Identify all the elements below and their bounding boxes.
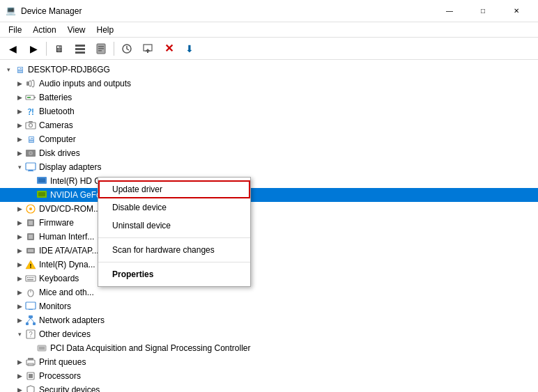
- other-expand-icon: ▾: [14, 329, 25, 340]
- tree-item-print[interactable]: ▶ Print queues: [0, 355, 538, 369]
- disk-label: Disk drives: [39, 148, 80, 158]
- tree-item-nvidia[interactable]: NVIDIA GeForce 940M: [0, 188, 538, 202]
- hid-expand-icon: ▶: [14, 231, 25, 242]
- svg-rect-31: [29, 235, 33, 239]
- cameras-expand-icon: ▶: [14, 120, 25, 131]
- menu-action[interactable]: Action: [27, 22, 61, 38]
- svg-rect-4: [98, 46, 104, 47]
- pci-icon: [36, 343, 47, 354]
- toolbar-back[interactable]: ◀: [3, 40, 22, 58]
- tree-item-display[interactable]: ▾ Display adapters: [0, 160, 538, 174]
- context-menu-update[interactable]: Update driver: [98, 180, 250, 198]
- network-icon: [25, 315, 36, 326]
- tree-item-mice[interactable]: ▶ Mice and oth...: [0, 285, 538, 299]
- svg-rect-2: [75, 52, 85, 54]
- svg-point-14: [29, 124, 33, 127]
- toolbar-uninstall[interactable]: ✕: [159, 40, 178, 58]
- context-menu-properties[interactable]: Properties: [98, 265, 250, 283]
- toolbar-add[interactable]: ⬇: [180, 40, 199, 58]
- tree-item-other[interactable]: ▾ ? Other devices: [0, 327, 538, 341]
- ide-expand-icon: ▶: [14, 245, 25, 256]
- tree-item-keyboard[interactable]: ▶ Keyboards: [0, 272, 538, 285]
- svg-rect-29: [29, 221, 33, 225]
- context-menu-disable[interactable]: Disable device: [98, 198, 250, 217]
- svg-rect-54: [39, 347, 45, 350]
- tree-item-batteries[interactable]: ▶ Batteries: [0, 91, 538, 104]
- svg-rect-1: [75, 48, 85, 50]
- toolbar-display[interactable]: 🖥: [49, 40, 69, 58]
- maximize-button[interactable]: □: [467, 0, 499, 22]
- toolbar-sep-1: [46, 42, 47, 56]
- print-label: Print queues: [39, 357, 86, 367]
- tree-item-pci[interactable]: PCI Data Acquisition and Signal Processi…: [0, 341, 538, 355]
- toolbar-update[interactable]: [138, 40, 157, 58]
- cameras-label: Cameras: [39, 120, 73, 130]
- tree-item-network[interactable]: ▶ Network adapters: [0, 313, 538, 327]
- context-menu-scan[interactable]: Scan for hardware changes: [98, 241, 250, 259]
- svg-rect-6: [98, 50, 102, 52]
- svg-rect-19: [26, 163, 36, 170]
- svg-rect-41: [27, 279, 33, 281]
- processors-label: Processors: [39, 371, 81, 381]
- hid-label: Human Interf...: [39, 232, 94, 242]
- display-label: Display adapters: [39, 162, 101, 172]
- toolbar-scan[interactable]: [117, 40, 137, 58]
- menu-view[interactable]: View: [62, 22, 91, 38]
- intel-dyn-label: Intel(R) Dyna...: [39, 260, 95, 269]
- intel-dyn-expand-icon: ▶: [14, 259, 25, 270]
- intel-hd-icon: [36, 175, 47, 187]
- tree-item-dvd[interactable]: ▶ DVD/CD-ROM...: [0, 202, 538, 216]
- svg-point-27: [29, 207, 32, 210]
- hid-icon: [25, 231, 36, 242]
- tree-item-intel-dyn[interactable]: ▶ ! Intel(R) Dyna...: [0, 258, 538, 272]
- context-menu-properties-label: Properties: [112, 269, 153, 279]
- context-menu-separator-2: [98, 262, 250, 262]
- tree-root[interactable]: ▾ 🖥 DESKTOP-RDJB6GG: [0, 63, 538, 77]
- network-label: Network adapters: [39, 315, 105, 325]
- tree-item-processors[interactable]: ▶ Processors: [0, 369, 538, 383]
- context-menu: Update driver Disable device Uninstall d…: [98, 177, 251, 287]
- context-menu-separator: [98, 237, 250, 238]
- computer-label: Computer: [39, 134, 76, 144]
- title-bar-text: Device Manager: [21, 6, 82, 16]
- nvidia-expand-placeholder: [25, 189, 36, 201]
- monitors-icon: [25, 301, 36, 312]
- device-tree[interactable]: ▾ 🖥 DESKTOP-RDJB6GG ▶ Audio inputs and o…: [0, 60, 538, 392]
- security-expand-icon: ▶: [14, 384, 25, 392]
- svg-rect-0: [75, 45, 85, 47]
- tree-item-disk[interactable]: ▶ Disk drives: [0, 146, 538, 160]
- svg-rect-44: [26, 302, 36, 309]
- svg-rect-59: [29, 374, 33, 378]
- tree-item-bluetooth[interactable]: ▶ ⁈ Bluetooth: [0, 104, 538, 118]
- computer-icon: 🖥: [25, 134, 36, 145]
- processors-icon: [25, 370, 36, 382]
- svg-rect-56: [28, 358, 33, 360]
- minimize-button[interactable]: —: [433, 0, 466, 22]
- intel-hd-expand-placeholder: [25, 175, 36, 187]
- context-menu-uninstall[interactable]: Uninstall device: [98, 217, 250, 235]
- tree-item-security[interactable]: ▶ Security devices: [0, 383, 538, 392]
- tree-item-monitors[interactable]: ▶ Monitors: [0, 299, 538, 313]
- tree-item-audio[interactable]: ▶ Audio inputs and outputs: [0, 77, 538, 91]
- close-button[interactable]: ✕: [500, 0, 532, 22]
- tree-item-computer[interactable]: ▶ 🖥 Computer: [0, 132, 538, 146]
- tree-item-hid[interactable]: ▶ Human Interf...: [0, 230, 538, 244]
- tree-item-cameras[interactable]: ▶ Cameras: [0, 118, 538, 132]
- tree-item-intel-hd[interactable]: Intel(R) HD Graphics 520: [0, 174, 538, 188]
- menu-file[interactable]: File: [3, 22, 27, 38]
- svg-rect-37: [27, 277, 29, 279]
- tree-item-ide[interactable]: ▶ IDE ATA/ATAP...: [0, 244, 538, 258]
- audio-label: Audio inputs and outputs: [39, 79, 131, 88]
- security-label: Security devices: [39, 385, 100, 392]
- menu-bar: File Action View Help: [0, 22, 538, 38]
- menu-help[interactable]: Help: [91, 22, 120, 38]
- pci-expand-placeholder: [25, 343, 36, 354]
- toolbar-properties[interactable]: [91, 40, 111, 58]
- svg-rect-45: [29, 309, 33, 310]
- toolbar-forward[interactable]: ▶: [24, 40, 43, 58]
- svg-rect-15: [29, 121, 33, 123]
- toolbar-list[interactable]: [70, 40, 90, 58]
- monitors-expand-icon: ▶: [14, 301, 25, 312]
- firmware-expand-icon: ▶: [14, 217, 25, 228]
- tree-item-firmware[interactable]: ▶ Firmware: [0, 216, 538, 230]
